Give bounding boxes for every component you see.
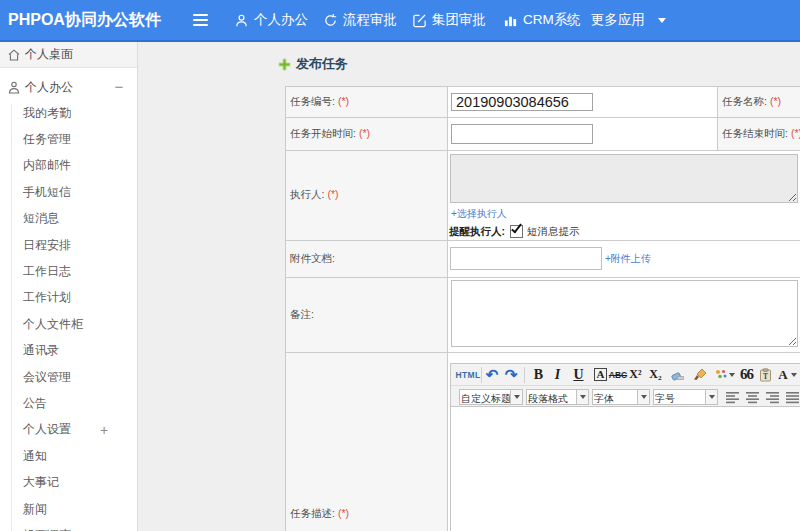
edit-icon bbox=[412, 13, 427, 28]
required-star: (*) bbox=[770, 95, 781, 107]
row-task-no: 任务编号:(*) 任务名称:(*) bbox=[286, 86, 800, 117]
paste-text-icon[interactable]: T bbox=[758, 364, 773, 386]
executor-label: 执行人:(*) bbox=[286, 150, 448, 241]
sidebar-item-task-management[interactable]: 任务管理 bbox=[0, 126, 137, 152]
align-left-icon[interactable] bbox=[726, 390, 739, 403]
collapse-minus-icon[interactable]: − bbox=[112, 78, 126, 96]
remark-textarea[interactable] bbox=[451, 280, 798, 347]
style-box-button[interactable]: A bbox=[592, 364, 609, 386]
nav-item-personal-office[interactable]: 个人办公 bbox=[234, 11, 308, 29]
color-palette-icon[interactable] bbox=[713, 364, 728, 386]
attachment-input[interactable] bbox=[450, 247, 602, 270]
main-content: 发布任务 任务编号:(*) 任务名称:(*) 任务开始时间:(*) 任务结束时间… bbox=[138, 42, 800, 531]
process-icon bbox=[323, 13, 338, 28]
sidebar-item-survey[interactable]: 投票调查 bbox=[0, 522, 137, 531]
nav-label: CRM系统 bbox=[523, 11, 581, 29]
bold-button[interactable]: B bbox=[531, 364, 546, 386]
font-color-button[interactable]: A bbox=[777, 364, 789, 386]
start-time-input[interactable] bbox=[451, 124, 593, 144]
editor-toolbar-row2: 自定义标题 段落格式 字体 字号 bbox=[451, 386, 800, 407]
sidebar-item-announcement[interactable]: 公告 bbox=[0, 390, 137, 416]
sidebar-item-sms[interactable]: 手机短信 bbox=[0, 179, 137, 205]
page-head: 发布任务 bbox=[138, 42, 800, 73]
sidebar-item-notice[interactable]: 通知 bbox=[0, 443, 137, 469]
blockquote-button[interactable]: 66 bbox=[739, 364, 754, 386]
row-task-time: 任务开始时间:(*) 任务结束时间:(*) bbox=[286, 117, 800, 150]
task-name-label: 任务名称:(*) bbox=[718, 86, 800, 117]
attachment-upload-link[interactable]: +附件上传 bbox=[605, 253, 651, 264]
start-time-label: 任务开始时间:(*) bbox=[286, 117, 448, 150]
superscript-button[interactable]: X² bbox=[628, 364, 643, 386]
svg-text:T: T bbox=[763, 372, 768, 381]
toolbar-separator bbox=[481, 367, 482, 383]
sidebar-item-events[interactable]: 大事记 bbox=[0, 469, 137, 495]
person-icon bbox=[8, 81, 20, 94]
sidebar-item-work-plan[interactable]: 工作计划 bbox=[0, 285, 137, 311]
hamburger-menu-icon[interactable] bbox=[193, 14, 208, 26]
task-no-input[interactable] bbox=[451, 93, 593, 111]
redo-button[interactable]: ↷ bbox=[503, 364, 519, 386]
align-justify-icon[interactable] bbox=[786, 390, 799, 403]
sidebar-item-attendance[interactable]: 我的考勤 bbox=[0, 100, 137, 126]
sidebar-item-desktop[interactable]: 个人桌面 bbox=[0, 42, 137, 68]
remark-label: 备注: bbox=[286, 277, 448, 352]
sidebar-item-news[interactable]: 新闻 bbox=[0, 496, 137, 522]
font-color-caret-icon[interactable] bbox=[790, 364, 798, 386]
undo-button[interactable]: ↶ bbox=[484, 364, 500, 386]
page-title: 发布任务 bbox=[296, 55, 348, 73]
sidebar-item-personal-settings[interactable]: 个人设置+ bbox=[0, 417, 137, 443]
rich-text-editor: HTML ↶ ↷ B I U A ABC X² X₂ bbox=[450, 363, 800, 531]
palette-caret-icon[interactable] bbox=[728, 364, 736, 386]
required-star: (*) bbox=[327, 188, 338, 200]
nav-label: 流程审批 bbox=[343, 11, 397, 29]
expand-plus-icon[interactable]: + bbox=[97, 421, 111, 439]
sidebar-item-meeting[interactable]: 会议管理 bbox=[0, 364, 137, 390]
remark-cell bbox=[448, 277, 800, 352]
strikethrough-button[interactable]: ABC bbox=[609, 364, 627, 386]
sidebar-group-personal-office[interactable]: 个人办公 − bbox=[0, 74, 137, 100]
nav-item-process-approval[interactable]: 流程审批 bbox=[323, 11, 397, 29]
sidebar-item-internal-mail[interactable]: 内部邮件 bbox=[0, 153, 137, 179]
format-brush-icon[interactable] bbox=[692, 364, 707, 386]
caret-down-icon bbox=[658, 18, 666, 23]
combo-caret-icon bbox=[576, 390, 588, 404]
sidebar-item-schedule[interactable]: 日程安排 bbox=[0, 232, 137, 258]
font-size-select[interactable]: 字号 bbox=[653, 389, 718, 405]
attachment-label: 附件文档: bbox=[286, 241, 448, 278]
sidebar-item-work-log[interactable]: 工作日志 bbox=[0, 258, 137, 284]
add-plus-icon bbox=[278, 58, 291, 71]
nav-item-crm[interactable]: CRM系统 bbox=[503, 11, 581, 29]
choose-executor-link[interactable]: +选择执行人 bbox=[451, 207, 800, 220]
check-icon: ✔ bbox=[511, 222, 522, 234]
underline-button[interactable]: U bbox=[571, 364, 586, 386]
sms-remind-checkbox[interactable]: ✔ bbox=[510, 225, 523, 238]
align-center-icon[interactable] bbox=[746, 390, 759, 403]
sidebar-item-contacts[interactable]: 通讯录 bbox=[0, 338, 137, 364]
task-form-table: 任务编号:(*) 任务名称:(*) 任务开始时间:(*) 任务结束时间:(*) … bbox=[285, 86, 800, 531]
nav-item-more-apps[interactable]: 更多应用 bbox=[591, 11, 666, 29]
row-attachment: 附件文档: +附件上传 bbox=[286, 241, 800, 278]
subscript-button[interactable]: X₂ bbox=[648, 364, 663, 386]
eraser-icon[interactable] bbox=[670, 364, 685, 386]
editor-content-area[interactable] bbox=[451, 407, 800, 531]
required-star: (*) bbox=[338, 507, 349, 519]
editor-toolbar-row1: HTML ↶ ↷ B I U A ABC X² X₂ bbox=[451, 364, 800, 387]
source-code-button[interactable]: HTML bbox=[456, 364, 480, 386]
remind-option-label: 短消息提示 bbox=[527, 225, 580, 239]
italic-button[interactable]: I bbox=[551, 364, 564, 386]
user-icon bbox=[234, 13, 249, 28]
align-right-icon[interactable] bbox=[766, 390, 779, 403]
paragraph-format-select[interactable]: 段落格式 bbox=[526, 389, 589, 405]
sidebar-item-file-cabinet[interactable]: 个人文件柜 bbox=[0, 311, 137, 337]
executor-textarea[interactable] bbox=[450, 154, 798, 203]
font-family-select[interactable]: 字体 bbox=[592, 389, 650, 405]
required-star: (*) bbox=[359, 127, 370, 139]
sidebar: 个人桌面 个人办公 − 我的考勤 任务管理 内部邮件 手机短信 短消息 日程安排… bbox=[0, 42, 138, 531]
sidebar-desktop-label: 个人桌面 bbox=[25, 46, 73, 63]
required-star: (*) bbox=[338, 95, 349, 107]
task-no-cell bbox=[448, 86, 718, 117]
row-remark: 备注: bbox=[286, 277, 800, 352]
nav-item-group-approval[interactable]: 集团审批 bbox=[412, 11, 486, 29]
custom-title-select[interactable]: 自定义标题 bbox=[459, 389, 523, 405]
sidebar-item-short-message[interactable]: 短消息 bbox=[0, 206, 137, 232]
